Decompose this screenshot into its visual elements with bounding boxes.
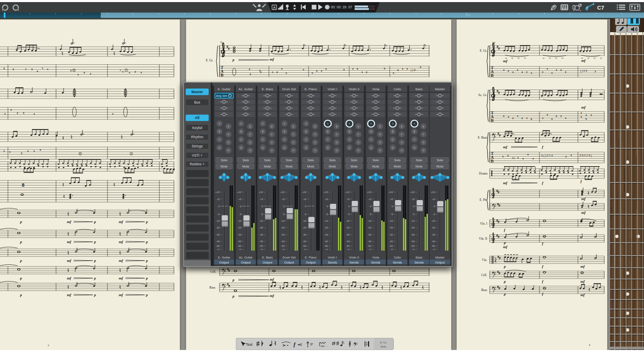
svg-text:Output: Output — [284, 261, 294, 264]
svg-text:Violin I: Violin I — [327, 87, 337, 91]
svg-text:B: B — [349, 130, 350, 133]
svg-text:Amp Sim: Amp Sim — [216, 94, 227, 98]
svg-text:B: B — [371, 130, 372, 133]
svg-text:mf: mf — [119, 240, 123, 244]
svg-text:-40: -40 — [259, 240, 263, 243]
svg-text:p: p — [146, 293, 148, 297]
svg-text:+10: +10 — [345, 190, 350, 193]
svg-text:-50: -50 — [216, 244, 220, 247]
svg-text:( ) 0 4: ( ) 0 4 — [580, 69, 587, 73]
svg-text:2: 2 — [135, 71, 136, 73]
svg-text:-10: -10 — [324, 219, 328, 222]
svg-text:Keybd: Keybd — [192, 126, 202, 130]
svg-text:+5: +5 — [390, 198, 394, 200]
svg-text:-∞: -∞ — [368, 248, 371, 251]
svg-text:+10: +10 — [324, 190, 328, 193]
svg-text:mf: mf — [270, 57, 274, 61]
svg-text:C: C — [349, 138, 350, 141]
svg-text:0: 0 — [40, 149, 41, 151]
svg-text:4: 4 — [393, 72, 394, 74]
svg-text:0: 0 — [413, 205, 415, 208]
svg-text:-∞: -∞ — [260, 248, 263, 251]
svg-text:G: G — [336, 141, 337, 144]
svg-text:-5: -5 — [433, 213, 435, 216]
svg-text:( ) 6: ( ) 6 — [411, 68, 416, 72]
svg-text:A: A — [414, 122, 415, 125]
svg-text:Master: Master — [435, 87, 445, 91]
svg-text:C: C — [240, 138, 242, 141]
svg-text:f: f — [542, 279, 544, 284]
svg-text:G: G — [271, 141, 273, 144]
svg-text:0: 0 — [283, 205, 285, 208]
svg-text:Output: Output — [435, 261, 445, 264]
svg-text:-5: -5 — [326, 213, 328, 216]
svg-text:Solo: Solo — [394, 158, 401, 162]
svg-text:+5: +5 — [368, 198, 372, 200]
svg-text:mf: mf — [581, 210, 586, 215]
svg-text:0: 0 — [250, 73, 251, 76]
svg-text:Mute: Mute — [350, 165, 358, 168]
svg-text:+10: +10 — [280, 190, 285, 193]
svg-text:Ac. Guitar: Ac. Guitar — [238, 87, 253, 91]
svg-text:2: 2 — [420, 66, 421, 68]
svg-text:-20: -20 — [216, 226, 220, 229]
svg-text:2: 2 — [10, 109, 12, 111]
svg-text:Drum Set: Drum Set — [283, 256, 296, 259]
svg-text:-40: -40 — [411, 240, 415, 243]
svg-text:A: A — [262, 122, 264, 125]
svg-text:C: C — [305, 138, 307, 141]
svg-text:VSTi +: VSTi + — [192, 153, 202, 157]
svg-text:Sends: Sends — [371, 261, 380, 264]
svg-text:2: 2 — [48, 344, 49, 347]
svg-text:Cello: Cello — [394, 256, 401, 259]
svg-text:C: C — [327, 138, 329, 141]
svg-text:E. Pn.: E. Pn. — [480, 198, 487, 202]
svg-text:p: p — [232, 58, 235, 62]
svg-text:E: E — [423, 125, 424, 128]
svg-text:D: D — [284, 147, 285, 149]
svg-text:-20: -20 — [324, 226, 328, 229]
svg-text:mf: mf — [581, 197, 586, 201]
svg-text:-20: -20 — [303, 226, 307, 229]
svg-text:Mute: Mute — [437, 165, 444, 168]
svg-text:p: p — [232, 278, 235, 282]
svg-text:-20: -20 — [411, 226, 415, 229]
svg-text:-5: -5 — [261, 213, 263, 216]
svg-text:3: 3 — [585, 114, 587, 117]
svg-text:Output: Output — [241, 261, 251, 264]
svg-text:-∞: -∞ — [304, 248, 306, 251]
svg-text:E. Bass: E. Bass — [478, 136, 488, 139]
svg-text:Bass: Bass — [481, 288, 487, 292]
svg-text:-30: -30 — [432, 233, 436, 236]
svg-text:Tech.: Tech. — [381, 345, 387, 348]
svg-text:E: E — [358, 125, 359, 128]
svg-text:f: f — [504, 228, 506, 232]
svg-text:-10: -10 — [346, 219, 350, 222]
svg-text:4: 4 — [589, 343, 590, 347]
svg-text:mf: mf — [503, 181, 508, 185]
svg-text:+5: +5 — [282, 198, 285, 200]
svg-text:p: p — [20, 259, 22, 263]
svg-text:E. Gt.: E. Gt. — [206, 58, 213, 62]
svg-text:p: p — [20, 240, 22, 244]
svg-text:A: A — [284, 122, 285, 125]
svg-text:2: 2 — [90, 73, 91, 75]
svg-text:F: F — [379, 133, 381, 136]
svg-text:F: F — [228, 133, 229, 136]
svg-text:2: 2 — [556, 69, 557, 71]
svg-text:-5: -5 — [282, 213, 285, 216]
svg-text:p: p — [503, 264, 506, 269]
svg-text:3: 3 — [33, 113, 35, 115]
svg-text:E: E — [379, 125, 381, 128]
svg-text:+5: +5 — [303, 198, 307, 200]
svg-text:G: G — [314, 141, 316, 144]
svg-text:mf: mf — [119, 259, 123, 263]
svg-text:Mute: Mute — [264, 165, 271, 168]
svg-text:mf: mf — [503, 59, 508, 63]
svg-text:-50: -50 — [368, 244, 372, 247]
svg-text:H: H — [227, 149, 229, 152]
svg-text:E: E — [249, 125, 251, 128]
svg-text:Solo: Solo — [373, 158, 379, 162]
svg-text:Mute: Mute — [416, 165, 423, 168]
svg-text:E: E — [314, 125, 316, 128]
